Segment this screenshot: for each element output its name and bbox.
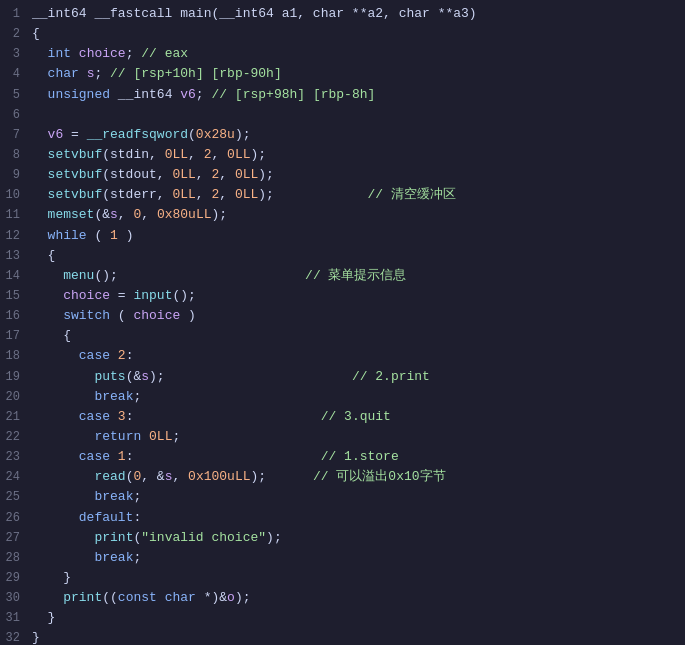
code-line: 23 case 1: // 1.store: [0, 447, 685, 467]
code-line: 3 int choice; // eax: [0, 44, 685, 64]
line-number: 10: [0, 186, 28, 205]
line-number: 31: [0, 609, 28, 628]
code-line: 25 break;: [0, 487, 685, 507]
code-line: 20 break;: [0, 387, 685, 407]
line-content: setvbuf(stdout, 0LL, 2, 0LL);: [28, 165, 685, 185]
code-line: 29 }: [0, 568, 685, 588]
line-number: 7: [0, 126, 28, 145]
code-line: 9 setvbuf(stdout, 0LL, 2, 0LL);: [0, 165, 685, 185]
line-content: unsigned __int64 v6; // [rsp+98h] [rbp-8…: [28, 85, 685, 105]
line-content: setvbuf(stderr, 0LL, 2, 0LL); // 清空缓冲区: [28, 185, 685, 205]
code-line: 26 default:: [0, 508, 685, 528]
line-number: 6: [0, 106, 28, 125]
code-line: 10 setvbuf(stderr, 0LL, 2, 0LL); // 清空缓冲…: [0, 185, 685, 205]
line-content: {: [28, 24, 685, 44]
line-content: setvbuf(stdin, 0LL, 2, 0LL);: [28, 145, 685, 165]
code-line: 22 return 0LL;: [0, 427, 685, 447]
line-number: 16: [0, 307, 28, 326]
code-line: 4 char s; // [rsp+10h] [rbp-90h]: [0, 64, 685, 84]
line-number: 18: [0, 347, 28, 366]
code-line: 1__int64 __fastcall main(__int64 a1, cha…: [0, 4, 685, 24]
line-content: case 2:: [28, 346, 685, 366]
line-content: {: [28, 326, 685, 346]
code-line: 5 unsigned __int64 v6; // [rsp+98h] [rbp…: [0, 85, 685, 105]
line-number: 27: [0, 529, 28, 548]
line-number: 24: [0, 468, 28, 487]
line-number: 8: [0, 146, 28, 165]
line-number: 30: [0, 589, 28, 608]
code-line: 18 case 2:: [0, 346, 685, 366]
line-number: 20: [0, 388, 28, 407]
line-number: 28: [0, 549, 28, 568]
line-content: while ( 1 ): [28, 226, 685, 246]
line-content: v6 = __readfsqword(0x28u);: [28, 125, 685, 145]
line-number: 5: [0, 86, 28, 105]
line-number: 25: [0, 488, 28, 507]
line-content: }: [28, 628, 685, 645]
line-number: 9: [0, 166, 28, 185]
line-content: break;: [28, 548, 685, 568]
line-number: 29: [0, 569, 28, 588]
line-number: 3: [0, 45, 28, 64]
line-content: print((const char *)&o);: [28, 588, 685, 608]
line-content: memset(&s, 0, 0x80uLL);: [28, 205, 685, 225]
code-line: 14 menu(); // 菜单提示信息: [0, 266, 685, 286]
line-number: 12: [0, 227, 28, 246]
line-content: case 1: // 1.store: [28, 447, 685, 467]
line-number: 19: [0, 368, 28, 387]
line-content: [28, 105, 685, 125]
line-number: 13: [0, 247, 28, 266]
line-number: 2: [0, 25, 28, 44]
code-line: 13 {: [0, 246, 685, 266]
line-content: default:: [28, 508, 685, 528]
code-line: 12 while ( 1 ): [0, 226, 685, 246]
code-line: 30 print((const char *)&o);: [0, 588, 685, 608]
line-number: 4: [0, 65, 28, 84]
line-content: menu(); // 菜单提示信息: [28, 266, 685, 286]
code-line: 16 switch ( choice ): [0, 306, 685, 326]
line-number: 11: [0, 206, 28, 225]
code-container: 1__int64 __fastcall main(__int64 a1, cha…: [0, 0, 685, 645]
line-content: __int64 __fastcall main(__int64 a1, char…: [28, 4, 685, 24]
line-content: case 3: // 3.quit: [28, 407, 685, 427]
line-number: 32: [0, 629, 28, 645]
code-line: 15 choice = input();: [0, 286, 685, 306]
line-content: }: [28, 608, 685, 628]
line-content: char s; // [rsp+10h] [rbp-90h]: [28, 64, 685, 84]
line-number: 22: [0, 428, 28, 447]
code-line: 7 v6 = __readfsqword(0x28u);: [0, 125, 685, 145]
line-content: switch ( choice ): [28, 306, 685, 326]
line-number: 21: [0, 408, 28, 427]
code-line: 21 case 3: // 3.quit: [0, 407, 685, 427]
code-line: 19 puts(&s); // 2.print: [0, 367, 685, 387]
line-content: break;: [28, 487, 685, 507]
code-line: 31 }: [0, 608, 685, 628]
line-number: 1: [0, 5, 28, 24]
code-line: 32}: [0, 628, 685, 645]
code-line: 24 read(0, &s, 0x100uLL); // 可以溢出0x10字节: [0, 467, 685, 487]
line-content: puts(&s); // 2.print: [28, 367, 685, 387]
line-number: 23: [0, 448, 28, 467]
line-number: 14: [0, 267, 28, 286]
line-content: }: [28, 568, 685, 588]
code-line: 6: [0, 105, 685, 125]
code-line: 11 memset(&s, 0, 0x80uLL);: [0, 205, 685, 225]
line-content: {: [28, 246, 685, 266]
code-line: 2{: [0, 24, 685, 44]
line-content: print("invalid choice");: [28, 528, 685, 548]
line-content: read(0, &s, 0x100uLL); // 可以溢出0x10字节: [28, 467, 685, 487]
line-content: choice = input();: [28, 286, 685, 306]
line-number: 26: [0, 509, 28, 528]
line-content: break;: [28, 387, 685, 407]
code-line: 27 print("invalid choice");: [0, 528, 685, 548]
code-line: 8 setvbuf(stdin, 0LL, 2, 0LL);: [0, 145, 685, 165]
line-number: 17: [0, 327, 28, 346]
line-content: int choice; // eax: [28, 44, 685, 64]
code-line: 28 break;: [0, 548, 685, 568]
line-number: 15: [0, 287, 28, 306]
line-content: return 0LL;: [28, 427, 685, 447]
code-line: 17 {: [0, 326, 685, 346]
